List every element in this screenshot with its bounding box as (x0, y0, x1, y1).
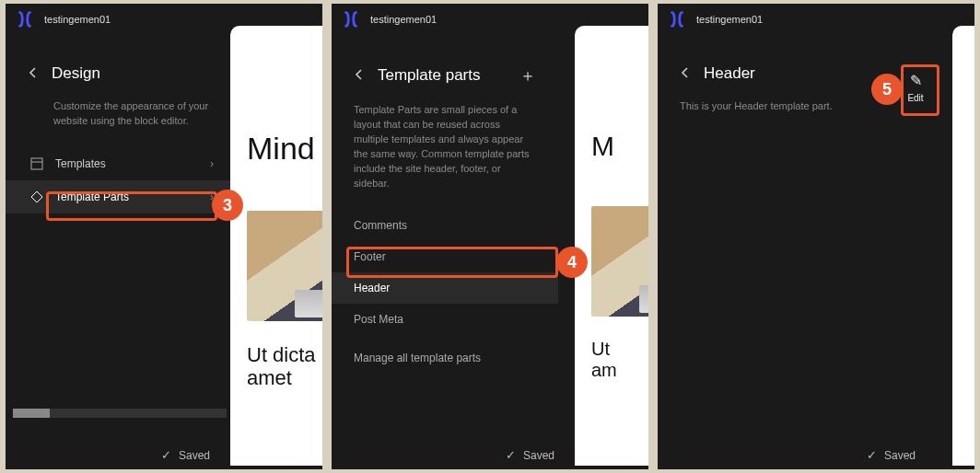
saved-label: Saved (523, 449, 554, 462)
chevron-right-icon: › (210, 190, 214, 203)
saved-label: Saved (884, 449, 916, 462)
part-item-footer[interactable]: Footer (332, 241, 558, 272)
site-preview: M Ut am (575, 26, 648, 466)
edit-button[interactable]: ✎ Edit (899, 72, 932, 103)
manage-all-link[interactable]: Manage all template parts (332, 335, 558, 381)
check-icon: ✓ (867, 448, 877, 462)
panel-template-parts: testingemen01 Template parts ＋ Template … (332, 4, 648, 469)
panel-design: testingemen01 Design Customize the appea… (6, 4, 322, 469)
back-icon[interactable] (28, 65, 39, 82)
back-icon[interactable] (354, 67, 365, 84)
sidebar-header: Design (6, 37, 232, 92)
sidebar-description: Template Parts are small pieces of a lay… (332, 96, 558, 210)
chevron-right-icon: › (210, 157, 214, 170)
sidebar-description: This is your Header template part. (658, 92, 888, 133)
back-icon[interactable] (680, 65, 691, 82)
preview-subheading: Ut dicta amet (247, 343, 322, 390)
site-preview (952, 26, 974, 466)
sidebar-header-part: Header This is your Header template part… (658, 4, 888, 469)
nav-label: Template Parts (55, 190, 199, 203)
footer-status: ✓ Saved (332, 448, 566, 462)
preview-heading: M (591, 131, 648, 162)
preview-image (247, 211, 322, 321)
preview-subheading: Ut am (591, 339, 648, 381)
sidebar-title: Header (704, 64, 869, 83)
template-parts-icon (29, 190, 44, 204)
footer-status: ✓ Saved (6, 448, 221, 462)
check-icon: ✓ (161, 448, 171, 462)
sidebar-header: Header (658, 37, 888, 92)
site-preview: Mind Ut dicta amet (230, 26, 322, 466)
sidebar-title: Template parts (378, 66, 503, 85)
nav-templates[interactable]: Templates › (6, 147, 232, 180)
nav-template-parts[interactable]: Template Parts › (6, 180, 232, 213)
pencil-icon: ✎ (910, 72, 922, 89)
nav-label: Templates (55, 157, 199, 170)
sidebar-title: Design (52, 64, 214, 83)
add-template-part-button[interactable]: ＋ (516, 64, 540, 87)
part-item-post-meta[interactable]: Post Meta (332, 304, 558, 335)
part-item-comments[interactable]: Comments (332, 210, 558, 241)
footer-status: ✓ Saved (658, 448, 938, 462)
edit-label: Edit (907, 93, 923, 103)
preview-image (591, 206, 648, 317)
sidebar-description: Customize the appearance of your website… (6, 92, 232, 147)
sidebar-template-parts: Template parts ＋ Template Parts are smal… (332, 4, 558, 469)
panel-header: testingemen01 Header This is your Header… (658, 4, 974, 469)
preview-heading: Mind (247, 131, 322, 167)
sidebar-design: Design Customize the appearance of your … (6, 4, 232, 469)
svg-rect-0 (31, 158, 42, 169)
templates-icon (29, 156, 44, 171)
saved-label: Saved (179, 449, 210, 462)
horizontal-scrollbar[interactable] (13, 409, 227, 418)
check-icon: ✓ (506, 448, 516, 462)
part-item-header[interactable]: Header (332, 272, 558, 304)
sidebar-header: Template parts ＋ (332, 37, 558, 96)
